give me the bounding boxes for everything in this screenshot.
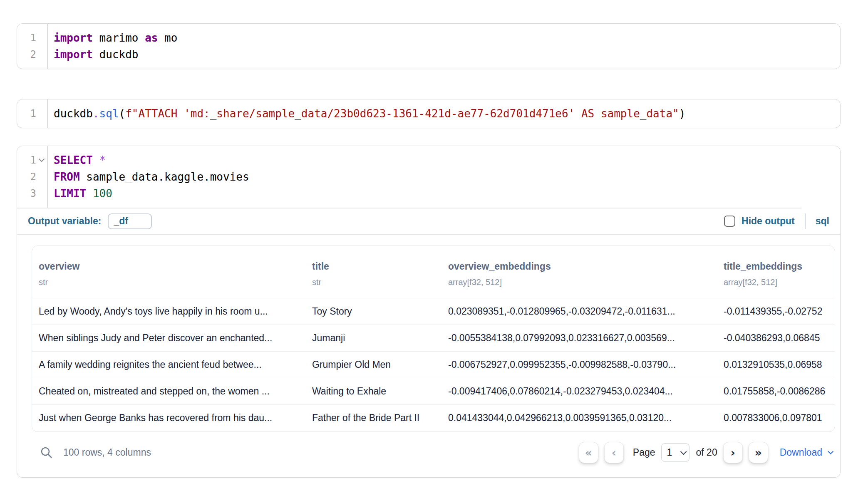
code-token: duckdb <box>93 48 139 61</box>
code-token: import <box>54 32 93 44</box>
language-badge[interactable]: sql <box>816 216 829 227</box>
code-line[interactable]: 1import marimo as mo <box>17 30 840 46</box>
next-page-icon: › <box>731 446 735 459</box>
code-token: ) <box>679 107 686 120</box>
page-select-value: 1 <box>667 447 672 458</box>
table-cell: A family wedding reignites the ancient f… <box>32 352 305 378</box>
fold-chevron-icon[interactable] <box>36 158 47 162</box>
output-variable-label: Output variable: <box>28 216 101 227</box>
output-variable-input[interactable] <box>108 213 152 229</box>
column-header-overview[interactable]: overviewstr <box>32 246 305 298</box>
code-line[interactable]: 2FROM sample_data.kaggle.movies <box>17 169 840 185</box>
table-cell: -0.006752927,0.099952355,-0.009982588,-0… <box>441 352 717 378</box>
table-cell: Father of the Bride Part II <box>305 405 441 432</box>
next-page-button[interactable]: › <box>723 442 743 463</box>
code-line[interactable]: 3LIMIT 100 <box>17 185 840 202</box>
table-cell: 0.007833006,0.097801 <box>717 405 835 432</box>
code-token <box>93 154 99 166</box>
cell-output: overviewstrtitlestroverview_embeddingsar… <box>17 235 840 477</box>
column-type: array[f32, 512] <box>448 278 710 287</box>
table-cell: Grumpier Old Men <box>305 352 441 378</box>
table-cell: 0.0132910535,0.06958 <box>717 352 835 378</box>
notebook-cell-imports: 1import marimo as mo2import duckdb <box>17 23 841 69</box>
table-cell: -0.0055384138,0.07992093,0.023316627,0.0… <box>441 325 717 352</box>
chevron-down-icon <box>680 448 687 455</box>
hide-output-checkbox[interactable] <box>724 216 735 227</box>
column-name: title <box>312 261 435 272</box>
code-token: ( <box>119 107 126 120</box>
dataframe-table: overviewstrtitlestroverview_embeddingsar… <box>32 246 835 432</box>
code-token: sql <box>99 107 119 120</box>
code-text: FROM sample_data.kaggle.movies <box>47 171 840 183</box>
last-page-button[interactable]: » <box>749 442 768 463</box>
code-token: 100 <box>93 187 112 200</box>
download-button[interactable]: Download <box>780 447 832 458</box>
line-number: 3 <box>17 188 36 199</box>
notebook-cell-attach: 1duckdb.sql(f"ATTACH 'md:_share/sample_d… <box>17 99 841 128</box>
line-number: 2 <box>17 171 36 183</box>
pagination: « ‹ Page 1 of 20 › » Download <box>573 442 832 463</box>
code-text: SELECT * <box>47 154 840 166</box>
code-token: mo <box>158 32 177 44</box>
code-text: import marimo as mo <box>47 32 840 44</box>
column-name: overview <box>39 261 299 272</box>
table-row[interactable]: Led by Woody, Andy's toys live happily i… <box>32 298 835 325</box>
code-token: as <box>145 32 158 44</box>
code-token: LIMIT <box>54 187 86 200</box>
code-token: f"ATTACH 'md:_share/sample_data/23b0d623… <box>125 107 679 120</box>
table-cell: -0.009417406,0.07860214,-0.023279453,0.0… <box>441 378 717 405</box>
page-select[interactable]: 1 <box>661 443 689 462</box>
table-row[interactable]: A family wedding reignites the ancient f… <box>32 352 835 378</box>
column-type: str <box>39 278 299 287</box>
code-line[interactable]: 1SELECT * <box>17 152 840 169</box>
column-header-title_embeddings[interactable]: title_embeddingsarray[f32, 512] <box>717 246 835 298</box>
code-token: FROM <box>54 171 80 183</box>
code-token: import <box>54 48 93 61</box>
code-editor[interactable]: 1duckdb.sql(f"ATTACH 'md:_share/sample_d… <box>17 99 840 128</box>
notebook-cell-sql: 1SELECT *2FROM sample_data.kaggle.movies… <box>17 146 841 478</box>
code-text: import duckdb <box>47 48 840 61</box>
code-line[interactable]: 2import duckdb <box>17 46 840 63</box>
column-header-overview_embeddings[interactable]: overview_embeddingsarray[f32, 512] <box>441 246 717 298</box>
line-number: 1 <box>17 32 36 44</box>
column-header-title[interactable]: titlestr <box>305 246 441 298</box>
table-cell: 0.01755858,-0.0086286 <box>717 378 835 405</box>
table-footer: 100 rows, 4 columns « ‹ Page 1 of 20 › <box>32 432 835 463</box>
last-page-icon: » <box>754 446 761 459</box>
search-icon[interactable] <box>40 446 52 459</box>
column-type: array[f32, 512] <box>724 278 828 287</box>
table-cell: Waiting to Exhale <box>305 378 441 405</box>
table-cell: -0.011439355,-0.02752 <box>717 298 835 325</box>
hide-output-label: Hide output <box>742 216 795 227</box>
code-text: LIMIT 100 <box>47 187 840 200</box>
download-label: Download <box>780 447 822 458</box>
first-page-icon: « <box>585 446 592 459</box>
previous-page-button[interactable]: ‹ <box>604 442 624 463</box>
previous-page-icon: ‹ <box>612 446 616 459</box>
code-line[interactable]: 1duckdb.sql(f"ATTACH 'md:_share/sample_d… <box>17 105 840 122</box>
chevron-down-icon <box>828 449 833 454</box>
code-editor[interactable]: 1SELECT *2FROM sample_data.kaggle.movies… <box>17 146 840 208</box>
table-cell: 0.023089351,-0.012809965,-0.03209472,-0.… <box>441 298 717 325</box>
code-token: SELECT <box>54 154 93 166</box>
line-number: 2 <box>17 49 36 60</box>
table-row[interactable]: Cheated on, mistreated and stepped on, t… <box>32 378 835 405</box>
table-cell: -0.040386293,0.06845 <box>717 325 835 352</box>
table-cell: Led by Woody, Andy's toys live happily i… <box>32 298 305 325</box>
table-row[interactable]: When siblings Judy and Peter discover an… <box>32 325 835 352</box>
table-row[interactable]: Just when George Banks has recovered fro… <box>32 405 835 432</box>
table-cell: Just when George Banks has recovered fro… <box>32 405 305 432</box>
code-editor[interactable]: 1import marimo as mo2import duckdb <box>17 24 840 69</box>
row-count-summary: 100 rows, 4 columns <box>63 447 151 458</box>
code-token: sample_data.kaggle.movies <box>80 171 249 183</box>
code-token <box>86 187 93 200</box>
line-number: 1 <box>17 108 36 119</box>
table-cell: Jumanji <box>305 325 441 352</box>
table-cell: When siblings Judy and Peter discover an… <box>32 325 305 352</box>
column-name: overview_embeddings <box>448 261 710 272</box>
first-page-button[interactable]: « <box>579 442 598 463</box>
line-number: 1 <box>17 154 36 166</box>
code-token: duckdb <box>54 107 93 120</box>
page-label: Page <box>633 447 655 458</box>
code-token: . <box>93 107 99 120</box>
